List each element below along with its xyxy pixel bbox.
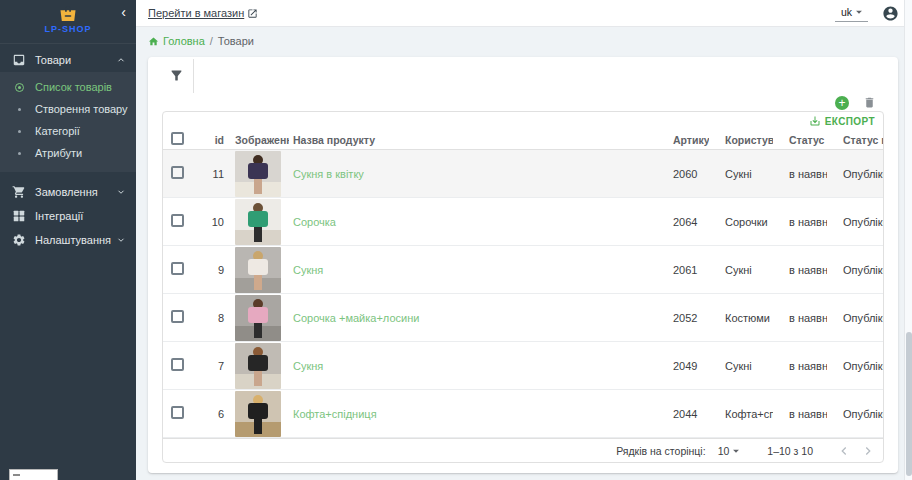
breadcrumb-separator: /: [210, 35, 213, 47]
filter-button[interactable]: [168, 68, 184, 84]
sidebar-item-settings[interactable]: Налаштування: [0, 228, 136, 252]
header-publish-status[interactable]: Статус пу...: [827, 134, 883, 146]
sidebar-item-label: Замовлення: [35, 186, 116, 198]
table-row[interactable]: 10 Сорочка 2064 Сорочки в наявності Опуб…: [163, 198, 883, 246]
photo-legs: [254, 227, 262, 242]
topbar-right: uk: [835, 4, 900, 22]
row-checkbox[interactable]: [171, 166, 184, 179]
pagination-range: 1–10 з 10: [767, 445, 813, 457]
breadcrumb-home-link[interactable]: Головна: [148, 35, 205, 47]
scrollbar-thumb[interactable]: [906, 332, 912, 476]
row-stock-status: в наявності: [773, 408, 827, 420]
account-button[interactable]: [882, 4, 900, 22]
product-link[interactable]: Сукня: [293, 360, 323, 372]
product-link[interactable]: Сорочка: [293, 216, 336, 228]
delete-button[interactable]: [862, 96, 876, 110]
rows-per-page-value: 10: [718, 445, 730, 457]
row-checkbox[interactable]: [171, 310, 184, 323]
row-id: 11: [197, 168, 229, 180]
row-publish-status: Опубліковано: [827, 312, 883, 324]
sidebar-item-label: Атрибути: [35, 147, 82, 159]
product-link[interactable]: Сорочка +майка+лосини: [293, 312, 419, 324]
sidebar-item-label: Інтеграції: [35, 210, 126, 222]
arrow-drop-down-icon: [852, 5, 866, 19]
photo-garment: [248, 211, 268, 227]
photo-garment: [248, 355, 268, 371]
header-sku[interactable]: Артикул: [657, 134, 709, 146]
breadcrumb-current: Товари: [218, 35, 254, 47]
download-icon: [809, 115, 821, 127]
sidebar-item-label: Товари: [35, 54, 116, 66]
row-checkbox[interactable]: [171, 214, 184, 227]
product-link[interactable]: Сукня в квітку: [293, 168, 364, 180]
photo-legs: [254, 323, 262, 338]
sidebar-item-attributes[interactable]: Атрибути: [0, 142, 136, 164]
products-submenu: Список товарів Створення товару Категорі…: [0, 72, 136, 172]
row-id: 9: [197, 264, 229, 276]
row-sku: 2060: [657, 168, 709, 180]
table-header-row: id Зображення Назва продукту Артикул Кор…: [163, 130, 883, 150]
row-sku: 2064: [657, 216, 709, 228]
sidebar-header: LP-SHOP ‹: [0, 0, 136, 44]
arrow-drop-down-icon: [729, 444, 743, 458]
row-category: Сукні: [709, 360, 773, 372]
go-to-store-link[interactable]: Перейти в магазин: [148, 7, 258, 19]
widgets-icon: [12, 209, 26, 223]
row-sku: 2052: [657, 312, 709, 324]
header-name[interactable]: Назва продукту: [289, 134, 657, 146]
add-product-button[interactable]: +: [835, 96, 849, 110]
row-category: Кофта+спідниц: [709, 408, 773, 420]
bullet-icon: [12, 146, 26, 160]
brand-logo: LP-SHOP: [0, 5, 136, 34]
table-pagination: Рядків на сторінці: 10 1–10 з 10: [163, 438, 883, 462]
sidebar-item-orders[interactable]: Замовлення: [0, 180, 136, 204]
bullet-icon: [12, 102, 26, 116]
gear-icon: [12, 233, 26, 247]
sidebar-item-label: Категорії: [35, 125, 80, 137]
shopping-bag-icon: [58, 5, 78, 22]
table-row[interactable]: 6 Кофта+спідниця 2044 Кофта+спідниц в на…: [163, 390, 883, 438]
sidebar-item-categories[interactable]: Категорії: [0, 120, 136, 142]
previous-page-button[interactable]: [835, 442, 853, 460]
table-row[interactable]: 7 Сукня 2049 Сукні в наявності Опубліков…: [163, 342, 883, 390]
sidebar-item-product-create[interactable]: Створення товару: [0, 98, 136, 120]
export-button[interactable]: ЕКСПОРТ: [809, 115, 875, 127]
header-category[interactable]: Користува...: [709, 134, 773, 146]
product-link[interactable]: Кофта+спідниця: [293, 408, 377, 420]
store-link-label: Перейти в магазин: [148, 7, 244, 19]
row-id: 7: [197, 360, 229, 372]
sidebar-item-products[interactable]: Товари: [0, 48, 136, 72]
row-id: 10: [197, 216, 229, 228]
products-card: + ЕКСПОРТ: [148, 57, 898, 473]
product-link[interactable]: Сукня: [293, 264, 323, 276]
row-category: Костюми: [709, 312, 773, 324]
row-stock-status: в наявності: [773, 312, 827, 324]
sidebar-item-label: Налаштування: [35, 234, 116, 246]
sidebar: LP-SHOP ‹ Товари Список товарів: [0, 0, 136, 480]
sidebar-collapse-button[interactable]: ‹: [121, 5, 126, 19]
row-stock-status: в наявності: [773, 216, 827, 228]
table-row[interactable]: 11 Сукня в квітку 2060 Сукні в наявності…: [163, 150, 883, 198]
next-page-button[interactable]: [859, 442, 877, 460]
header-id[interactable]: id: [197, 134, 229, 146]
row-checkbox[interactable]: [171, 406, 184, 419]
export-row: ЕКСПОРТ: [163, 112, 883, 130]
sidebar-item-integrations[interactable]: Інтеграції: [0, 204, 136, 228]
table-row[interactable]: 9 Сукня 2061 Сукні в наявності Опубліков…: [163, 246, 883, 294]
toolbar-divider: [193, 59, 194, 93]
breadcrumb: Головна / Товари: [136, 27, 912, 55]
external-link-icon: [247, 8, 258, 19]
brand-name: LP-SHOP: [0, 24, 136, 34]
rows-per-page-select[interactable]: 10: [718, 444, 744, 458]
row-sku: 2044: [657, 408, 709, 420]
sidebar-item-product-list[interactable]: Список товарів: [0, 76, 136, 98]
cart-icon: [12, 185, 26, 199]
select-all-checkbox[interactable]: [171, 132, 184, 145]
header-stock-status[interactable]: Статус на...: [773, 134, 827, 146]
language-select[interactable]: uk: [835, 4, 868, 22]
row-checkbox[interactable]: [171, 358, 184, 371]
row-checkbox[interactable]: [171, 262, 184, 275]
scrollbar[interactable]: [904, 0, 912, 480]
table-row[interactable]: 8 Сорочка +майка+лосини 2052 Костюми в н…: [163, 294, 883, 342]
photo-garment: [248, 259, 268, 275]
